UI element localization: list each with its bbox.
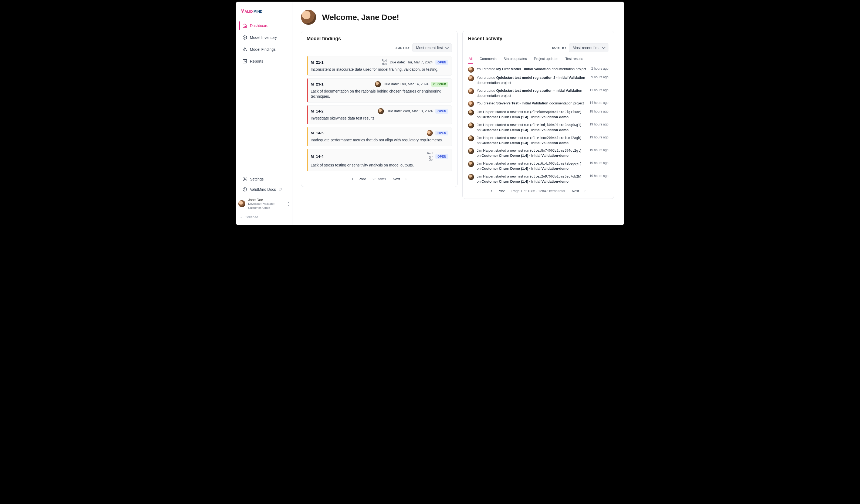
welcome-title: Welcome, Jane Doe!	[322, 13, 399, 22]
sidebar-item-label: Reports	[250, 59, 263, 63]
finding-item[interactable]: M_23-1Due date: Thu, Mar 14, 2024CLOSEDL…	[307, 78, 452, 103]
panel-model-findings: Model findings SORT BY Most recent first…	[301, 31, 458, 187]
sidebar-item-dashboard[interactable]: Dashboard	[239, 21, 290, 30]
activity-item[interactable]: You created Quickstart test model regist…	[468, 88, 608, 99]
finding-description: Inadequate performance metrics that do n…	[311, 138, 448, 143]
arrow-right-icon: ⟶	[402, 177, 407, 181]
activity-tabs: AllCommentsStatus updatesProject updates…	[468, 55, 608, 64]
finding-status-badge: CLOSED	[431, 82, 448, 87]
finding-item[interactable]: M_14-4Rod rigo GoOPENLack of stress test…	[307, 149, 452, 172]
activity-avatar	[468, 75, 474, 81]
activity-text: Jim Halpert started a new test run (clte…	[477, 109, 585, 120]
activity-pager-info: Page 1 of 1285 · 12847 Items total	[512, 189, 565, 193]
findings-next[interactable]: Next ⟶	[390, 175, 410, 183]
user-role: Developer, Validator, Customer Admin	[248, 202, 281, 210]
sidebar-item-validmind-docs[interactable]: ValidMind Docs	[239, 185, 290, 194]
activity-item[interactable]: Jim Halpert started a new test run (clte…	[468, 174, 608, 184]
brand-logo: ALID MIND	[236, 6, 292, 20]
tab-all[interactable]: All	[468, 55, 473, 64]
activity-sort-label: SORT BY	[552, 46, 566, 49]
activity-item[interactable]: Jim Halpert started a new test run (clte…	[468, 148, 608, 158]
activity-avatar	[468, 174, 474, 180]
user-name: Jane Doe	[248, 198, 281, 202]
activity-item[interactable]: Jim Halpert started a new test run (clte…	[468, 135, 608, 146]
sidebar-item-settings[interactable]: Settings	[239, 175, 290, 184]
external-icon	[278, 187, 282, 192]
sidebar-item-model-findings[interactable]: Model Findings	[239, 45, 290, 54]
tab-test-results[interactable]: Test results	[565, 55, 584, 64]
finding-id: M_21-1	[311, 60, 324, 64]
findings-pager: ⟵ Prev 25 Items Next ⟶	[307, 175, 452, 183]
tab-status-updates[interactable]: Status updates	[503, 55, 528, 64]
activity-text: Jim Halpert started a new test run (clte…	[477, 135, 585, 146]
finding-item[interactable]: M_14-5OPENInadequate performance metrics…	[307, 127, 452, 146]
arrow-left-icon: ⟵	[491, 189, 496, 193]
activity-item[interactable]: You created Quickstart test model regist…	[468, 75, 608, 86]
main-content: Welcome, Jane Doe! Model findings SORT B…	[293, 2, 624, 225]
finding-due: Due date: Thu, Mar 14, 2024	[384, 82, 428, 86]
tab-project-updates[interactable]: Project updates	[533, 55, 559, 64]
activity-time: 19 hours ago	[589, 135, 608, 139]
activity-avatar	[468, 101, 474, 107]
activity-sort-select[interactable]: Most recent first	[569, 43, 608, 52]
finding-id: M_14-2	[311, 109, 324, 113]
activity-text: You created Quickstart test model regist…	[477, 88, 585, 99]
sidebar-item-label: Model Inventory	[250, 35, 277, 40]
sidebar-collapse[interactable]: « Collapse	[236, 212, 292, 222]
activity-time: 19 hours ago	[589, 174, 608, 178]
finding-status-badge: OPEN	[435, 154, 448, 159]
findings-prev[interactable]: ⟵ Prev	[349, 175, 369, 183]
activity-title: Recent activity	[468, 36, 502, 42]
user-menu-kebab[interactable]: ⋮	[286, 201, 290, 206]
activity-sort-value: Most recent first	[573, 46, 600, 50]
activity-avatar	[468, 88, 474, 94]
sidebar-item-reports[interactable]: Reports	[239, 57, 290, 66]
activity-text: Jim Halpert started a new test run (clte…	[477, 122, 585, 133]
activity-item[interactable]: You created My First Model - Initial Val…	[468, 66, 608, 73]
sidebar-item-model-inventory[interactable]: Model Inventory	[239, 33, 290, 42]
svg-point-6	[245, 50, 245, 51]
sidebar-item-label: ValidMind Docs	[250, 187, 276, 192]
activity-time: 19 hours ago	[589, 161, 608, 165]
arrow-right-icon: ⟶	[580, 189, 586, 193]
welcome-header: Welcome, Jane Doe!	[301, 10, 616, 25]
activity-avatar	[468, 161, 474, 167]
svg-rect-1	[241, 10, 242, 11]
sidebar-user[interactable]: Jane Doe Developer, Validator, Customer …	[236, 195, 292, 212]
sidebar-item-label: Model Findings	[250, 47, 276, 51]
home-icon	[242, 23, 247, 28]
activity-text: You created My First Model - Initial Val…	[477, 66, 587, 72]
assignee-avatar	[375, 81, 381, 87]
alert-icon	[242, 47, 247, 52]
activity-item[interactable]: Jim Halpert started a new test run (clte…	[468, 109, 608, 120]
chart-icon	[242, 59, 247, 64]
activity-item[interactable]: You created Steven's Test - Initial Vali…	[468, 101, 608, 107]
activity-item[interactable]: Jim Halpert started a new test run (clte…	[468, 161, 608, 171]
finding-description: Investigate skewness data test results	[311, 116, 448, 121]
activity-item[interactable]: Jim Halpert started a new test run (clte…	[468, 122, 608, 133]
finding-id: M_14-5	[311, 131, 324, 135]
info-icon	[242, 187, 247, 192]
svg-text:ALID: ALID	[245, 10, 253, 14]
finding-description: Inconsistent or inaccurate data used for…	[311, 67, 448, 72]
assignee-avatar	[378, 108, 384, 114]
finding-status-badge: OPEN	[435, 60, 448, 65]
findings-sort-select[interactable]: Most recent first	[413, 43, 452, 52]
finding-item[interactable]: M_21-1Rod rigoDue date: Thu, Mar 7, 2024…	[307, 56, 452, 76]
assignee-name: Rod rigo Go	[427, 152, 432, 161]
activity-prev[interactable]: ⟵ Prev	[488, 187, 508, 195]
chevrons-left-icon: «	[241, 215, 242, 219]
findings-sort-label: SORT BY	[396, 46, 410, 49]
activity-text: Jim Halpert started a new test run (clte…	[477, 148, 585, 158]
activity-avatar	[468, 148, 474, 154]
assignee-avatar	[427, 130, 433, 136]
panel-recent-activity: Recent activity SORT BY Most recent firs…	[462, 31, 614, 199]
gear-icon	[242, 177, 247, 181]
finding-item[interactable]: M_14-2Due date: Wed, Mar 13, 2024OPENInv…	[307, 105, 452, 124]
activity-avatar	[468, 122, 474, 129]
finding-id: M_23-1	[311, 82, 324, 86]
sidebar-bottom: SettingsValidMind Docs	[236, 174, 292, 195]
tab-comments[interactable]: Comments	[479, 55, 497, 64]
activity-next[interactable]: Next ⟶	[569, 187, 589, 195]
finding-status-badge: OPEN	[435, 109, 448, 114]
